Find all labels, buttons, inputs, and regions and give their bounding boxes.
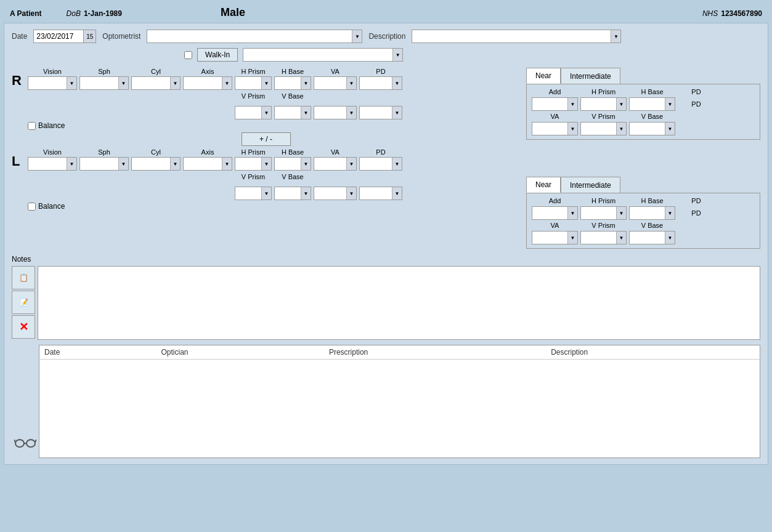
r-va-bot[interactable] xyxy=(314,107,346,119)
r-vision[interactable] xyxy=(28,77,67,89)
r-near-vprism-wrap[interactable]: ▼ xyxy=(580,122,627,135)
r-near-hbase[interactable] xyxy=(630,98,665,110)
l-near-vbase[interactable] xyxy=(630,232,665,244)
r-near-va[interactable] xyxy=(532,123,567,135)
r-section: R Vision Sph Cyl Axis H Prism H Base VA … xyxy=(12,68,520,130)
r-near-hbase-wrap[interactable]: ▼ xyxy=(629,97,675,111)
l-cyl[interactable] xyxy=(132,158,170,170)
r-axis-wrap[interactable]: ▼ xyxy=(183,76,232,90)
l-near-add-wrap[interactable]: ▼ xyxy=(532,206,578,220)
r-near-hprism-wrap[interactable]: ▼ xyxy=(580,97,627,111)
r-h-base[interactable] xyxy=(275,77,301,89)
description-select-wrap[interactable]: ▼ xyxy=(412,30,621,43)
l-h-base[interactable] xyxy=(275,158,301,170)
date-field[interactable]: 15 xyxy=(33,30,96,43)
l-balance-checkbox[interactable] xyxy=(28,203,36,211)
l-sph[interactable] xyxy=(80,158,118,170)
l-vision-wrap[interactable]: ▼ xyxy=(28,157,77,171)
r-near-hprism[interactable] xyxy=(581,98,616,110)
l-va-bot-wrap[interactable]: ▼ xyxy=(314,187,357,200)
r-near-vbase-wrap[interactable]: ▼ xyxy=(629,122,675,135)
plus-minus-button[interactable]: + / - xyxy=(242,132,291,146)
notes-edit-button[interactable]: 📝 xyxy=(12,291,35,314)
l-axis[interactable] xyxy=(184,158,222,170)
walkin-select-wrap[interactable]: ▼ xyxy=(243,48,403,62)
r-v-prism[interactable] xyxy=(235,107,261,119)
r-vision-wrap[interactable]: ▼ xyxy=(28,76,77,90)
l-va-top-wrap[interactable]: ▼ xyxy=(314,157,357,171)
r-cyl-wrap[interactable]: ▼ xyxy=(131,76,181,90)
r-v-base[interactable] xyxy=(275,107,301,119)
l-h-prism-wrap[interactable]: ▼ xyxy=(235,157,272,171)
l-pd-top-wrap[interactable]: ▼ xyxy=(359,157,402,171)
l-v-prism[interactable] xyxy=(235,187,261,200)
r-sph[interactable] xyxy=(80,77,118,89)
l-near-hprism-wrap[interactable]: ▼ xyxy=(580,206,627,220)
r-balance-checkbox[interactable] xyxy=(28,122,36,130)
r-near-add[interactable] xyxy=(532,98,567,110)
r-near-tab[interactable]: Near xyxy=(526,68,561,84)
r-axis[interactable] xyxy=(184,77,222,89)
r-pd-top[interactable] xyxy=(360,77,392,89)
notes-delete-button[interactable]: ✕ xyxy=(12,315,35,339)
l-near-tab[interactable]: Near xyxy=(526,177,561,193)
l-inputs: ▼ ▼ ▼ ▼ xyxy=(28,157,402,200)
r-pd-bot[interactable] xyxy=(360,107,392,119)
description-select[interactable] xyxy=(412,30,611,42)
r-cyl[interactable] xyxy=(132,77,170,89)
l-near-va[interactable] xyxy=(532,232,567,244)
l-cyl-wrap[interactable]: ▼ xyxy=(131,157,181,171)
r-pd-top-wrap[interactable]: ▼ xyxy=(359,76,402,90)
l-va-bot[interactable] xyxy=(314,187,346,200)
l-vision[interactable] xyxy=(28,158,67,170)
l-near-hbase-wrap[interactable]: ▼ xyxy=(629,206,675,220)
gender-field: Male xyxy=(221,6,245,19)
l-h-base-wrap[interactable]: ▼ xyxy=(274,157,311,171)
walkin-select[interactable] xyxy=(243,49,392,61)
l-pd-bot[interactable] xyxy=(360,187,392,200)
r-v-prism-wrap[interactable]: ▼ xyxy=(235,106,272,119)
l-near-add[interactable] xyxy=(532,207,567,219)
r-near-vbase[interactable] xyxy=(630,123,665,135)
l-v-base-wrap[interactable]: ▼ xyxy=(274,187,311,200)
walkin-button[interactable]: Walk-In xyxy=(197,48,238,62)
l-near-vbase-wrap[interactable]: ▼ xyxy=(629,231,675,244)
r-near-va-wrap[interactable]: ▼ xyxy=(532,122,578,135)
l-v-base[interactable] xyxy=(275,187,301,200)
r-va-bot-wrap[interactable]: ▼ xyxy=(314,106,357,119)
r-near-add-wrap[interactable]: ▼ xyxy=(532,97,578,111)
r-h-prism[interactable] xyxy=(235,77,261,89)
r-h-base-wrap[interactable]: ▼ xyxy=(274,76,311,90)
l-near-hprism[interactable] xyxy=(581,207,616,219)
r-va-top[interactable] xyxy=(314,77,346,89)
r-sph-wrap[interactable]: ▼ xyxy=(79,76,129,90)
r-intermediate-tab[interactable]: Intermediate xyxy=(561,68,620,84)
l-sph-wrap[interactable]: ▼ xyxy=(79,157,129,171)
l-v-prism-wrap[interactable]: ▼ xyxy=(235,187,272,200)
l-near-vprism-wrap[interactable]: ▼ xyxy=(580,231,627,244)
right-panel: Near Intermediate Add H Prism H Base PD xyxy=(526,68,760,249)
l-h-prism[interactable] xyxy=(235,158,261,170)
r-pd-bot-wrap[interactable]: ▼ xyxy=(359,106,402,119)
r-near-vprism[interactable] xyxy=(581,123,616,135)
l-near-vprism[interactable] xyxy=(581,232,616,244)
l-pd-bot-wrap[interactable]: ▼ xyxy=(359,187,402,200)
r-h-prism-wrap[interactable]: ▼ xyxy=(235,76,272,90)
date-input[interactable] xyxy=(34,30,83,42)
r-tab-bar: Near Intermediate xyxy=(526,68,760,84)
l-intermediate-tab[interactable]: Intermediate xyxy=(561,177,620,193)
optometrist-select[interactable] xyxy=(147,30,352,42)
l-near-hbase[interactable] xyxy=(630,207,665,219)
r-va-top-wrap[interactable]: ▼ xyxy=(314,76,357,90)
l-axis-wrap[interactable]: ▼ xyxy=(183,157,232,171)
l-va-top[interactable] xyxy=(314,158,346,170)
l-near-va-wrap[interactable]: ▼ xyxy=(532,231,578,244)
optometrist-select-wrap[interactable]: ▼ xyxy=(147,30,362,43)
notes-textarea[interactable] xyxy=(38,266,760,340)
notes-copy-button[interactable]: 📋 xyxy=(12,266,35,289)
calendar-button[interactable]: 15 xyxy=(83,30,95,42)
l-pd-top[interactable] xyxy=(360,158,392,170)
walkin-checkbox[interactable] xyxy=(184,51,192,59)
r-v-base-wrap[interactable]: ▼ xyxy=(274,106,311,119)
r-near-va-header: VA xyxy=(532,113,578,120)
